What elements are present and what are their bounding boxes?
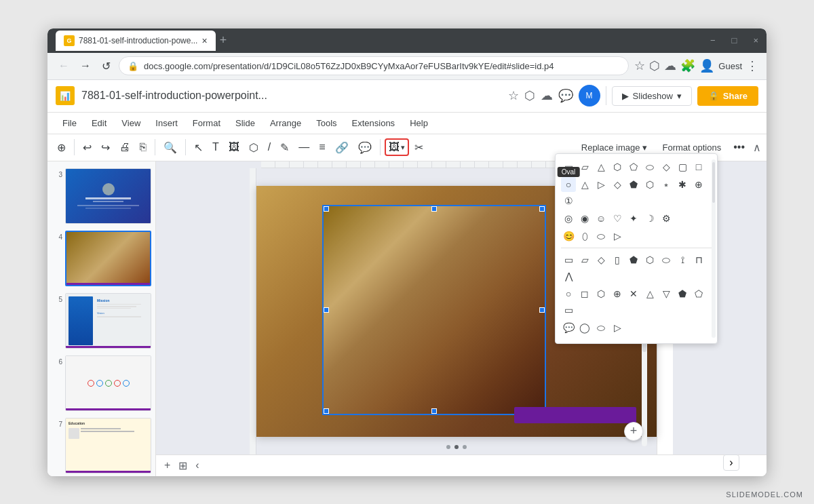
profile-icon[interactable]: 👤 — [699, 58, 714, 73]
zoom-button[interactable]: 🔍 — [159, 138, 181, 157]
shape-vert-rect[interactable]: ▯ — [610, 252, 625, 267]
slide-item-3[interactable]: 3 — [50, 167, 153, 225]
shape-c1[interactable]: ○ — [561, 286, 576, 301]
menu-insert[interactable]: Insert — [149, 115, 185, 131]
shape-irreg[interactable]: ⬟ — [626, 252, 641, 267]
slide-item-7[interactable]: 7 Education — [50, 416, 153, 475]
shape-rect-outline[interactable]: □ — [691, 159, 706, 174]
shape-star[interactable]: ✦ — [626, 211, 641, 226]
comment-tool-button[interactable]: 💬 — [354, 138, 376, 157]
shape-smiley[interactable]: ☺ — [594, 211, 608, 226]
line-style-button[interactable]: — — [294, 138, 313, 156]
close-button[interactable]: × — [753, 35, 758, 45]
shape-ellipse-2[interactable]: ⬭ — [594, 229, 608, 244]
extensions-icon[interactable]: 🧩 — [680, 58, 695, 73]
image-button[interactable]: 🖼 — [225, 138, 244, 156]
shape-c3[interactable]: ⬡ — [594, 286, 608, 301]
shapes-panel-scrollbar-thumb[interactable] — [712, 162, 715, 203]
paint-format-button[interactable]: ⎘ — [136, 138, 151, 156]
active-tab[interactable]: G 7881-01-self-introduction-powe... × — [56, 31, 216, 51]
shape-triangle[interactable]: △ — [594, 159, 608, 174]
select-button[interactable]: ↖ — [190, 138, 207, 157]
shape-gear[interactable]: ⚙ — [659, 211, 674, 226]
slide-item-5[interactable]: 5 Mission Vision — [50, 292, 153, 350]
shape-c8[interactable]: ⬟ — [675, 286, 690, 301]
slideshow-button[interactable]: ▶ Slideshow ▾ — [612, 86, 692, 106]
drive-icon[interactable]: ⬡ — [524, 88, 535, 103]
url-box[interactable]: 🔒 docs.google.com/presentation/d/1D9CiL0… — [119, 56, 629, 75]
shape-left-bracket[interactable]: ⭒ — [659, 177, 674, 192]
link-button[interactable]: 🔗 — [331, 138, 353, 157]
shape-c4[interactable]: ⊕ — [610, 286, 625, 301]
shape-c10[interactable]: ▭ — [561, 303, 576, 317]
menu-view[interactable]: View — [115, 115, 147, 131]
shapes-panel-scrollbar[interactable] — [712, 159, 716, 338]
undo-button[interactable]: ↩ — [79, 138, 96, 157]
align-button[interactable]: ≡ — [315, 138, 329, 156]
shape-hexagon[interactable]: ⬡ — [610, 159, 625, 174]
minimize-button[interactable]: − — [710, 35, 716, 45]
cloud-status-icon[interactable]: ☁ — [541, 88, 553, 103]
crop-button[interactable]: ✂ — [410, 138, 427, 157]
shape-c2[interactable]: ◻ — [577, 286, 592, 301]
meet-button[interactable]: M — [579, 85, 600, 106]
menu-slide[interactable]: Slide — [229, 115, 262, 131]
slide-item-6[interactable]: 6 — [50, 354, 153, 412]
menu-format[interactable]: Format — [186, 115, 227, 131]
nav-dot-3[interactable] — [463, 445, 467, 449]
shape-callout2[interactable]: ◯ — [577, 320, 592, 335]
grid-view-button[interactable]: ⊞ — [176, 458, 190, 473]
share-button[interactable]: 🔒 Share — [697, 86, 758, 106]
cloud-icon[interactable]: ☁ — [664, 58, 676, 73]
shape-hex-3[interactable]: ⬡ — [642, 252, 657, 267]
right-nav-button[interactable]: › — [723, 454, 739, 471]
handle-top-right[interactable] — [539, 206, 545, 212]
shape-right-arrow[interactable]: ▷ — [594, 177, 608, 192]
shape-c7[interactable]: ▽ — [659, 286, 674, 301]
handle-bottom-mid[interactable] — [431, 408, 437, 414]
print-button[interactable]: 🖨 — [115, 138, 134, 156]
star-icon[interactable]: ☆ — [508, 88, 519, 103]
comment-button[interactable]: 💬 — [558, 88, 573, 103]
menu-extensions[interactable]: Extensions — [345, 115, 402, 131]
shape-moon[interactable]: ☽ — [642, 211, 657, 226]
add-slide-button[interactable]: + — [161, 458, 173, 473]
shape-heart[interactable]: ♡ — [610, 211, 625, 226]
shape-ellipse[interactable]: ⬭ — [642, 159, 657, 174]
new-tab-button[interactable]: + — [220, 33, 227, 47]
slide-thumb-4[interactable] — [65, 231, 151, 286]
shape-pentagon-2[interactable]: ⬟ — [626, 177, 641, 192]
slide-thumb-7[interactable]: Education — [65, 418, 151, 473]
reload-button[interactable]: ↺ — [99, 57, 113, 75]
slide-thumb-6[interactable] — [65, 355, 151, 411]
back-button[interactable]: ← — [56, 57, 72, 75]
menu-edit[interactable]: Edit — [85, 115, 113, 131]
shape-skew[interactable]: ▱ — [577, 252, 592, 267]
image-tools-highlighted-button[interactable]: 🖼 ▾ — [385, 138, 409, 156]
zoom-add-button[interactable]: ⊕ — [53, 138, 70, 157]
maximize-button[interactable]: □ — [732, 35, 737, 45]
shape-sun[interactable]: ◎ — [561, 211, 576, 226]
slide-thumb-5[interactable]: Mission Vision — [65, 293, 151, 349]
shape-hexagon-2[interactable]: ⬡ — [642, 177, 657, 192]
menu-tools[interactable]: Tools — [309, 115, 343, 131]
collapse-toolbar-button[interactable]: ∧ — [753, 141, 761, 154]
shape-donut[interactable]: ◉ — [577, 211, 592, 226]
selected-image[interactable] — [322, 205, 546, 415]
shape-rounded-rect[interactable]: ▢ — [675, 159, 690, 174]
shape-circle-num[interactable]: ① — [561, 193, 576, 208]
shape-c9[interactable]: ⬠ — [691, 286, 706, 301]
slide-thumb-3[interactable] — [65, 168, 151, 224]
handle-top-left[interactable] — [324, 206, 329, 212]
shape-diamond[interactable]: ◇ — [659, 159, 674, 174]
slide-item-4[interactable]: 4 — [50, 229, 153, 288]
shape-cross[interactable]: ⊕ — [691, 177, 706, 192]
nav-dot-2[interactable] — [454, 445, 459, 449]
shape-up-triangle[interactable]: △ — [577, 177, 592, 192]
handle-bottom-left[interactable] — [324, 408, 329, 414]
shape-parallelogram[interactable]: ▱ — [577, 159, 592, 174]
bookmark-icon[interactable]: ☆ — [634, 58, 645, 73]
shape-diamond-2[interactable]: ◇ — [610, 177, 625, 192]
tab-close-button[interactable]: × — [201, 35, 207, 46]
menu-file[interactable]: File — [56, 115, 83, 131]
